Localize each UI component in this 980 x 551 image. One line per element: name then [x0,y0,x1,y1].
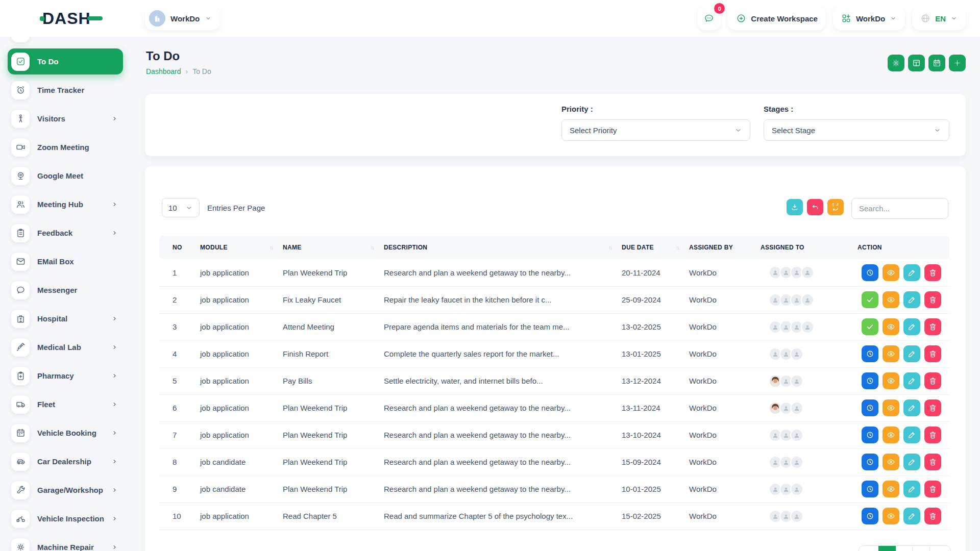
sidebar-item-pharmacy[interactable]: Pharmacy [8,363,123,389]
search-input[interactable] [851,198,948,219]
settings-button[interactable] [888,55,904,71]
time-button[interactable] [862,264,878,281]
delete-button[interactable] [924,481,941,497]
edit-button[interactable] [903,399,920,416]
time-button[interactable] [862,427,878,443]
assignee-avatar[interactable] [790,456,803,469]
time-button[interactable] [862,345,878,362]
table-row: 6job applicationPlan Weekend TripResearc… [159,394,949,421]
time-button[interactable] [862,481,878,497]
view-button[interactable] [883,508,899,524]
pagination-active-page[interactable] [878,546,897,551]
priority-select[interactable]: Select Priority [561,119,750,141]
calendar-view-button[interactable] [928,55,945,71]
sidebar-item-messenger[interactable]: Messenger [8,277,123,303]
time-button[interactable] [862,454,878,470]
stages-select[interactable]: Select Stage [764,119,949,141]
cell-assigned-to [756,475,853,503]
sidebar-item-vehicle-inspection[interactable]: Vehicle Inspection [8,506,123,532]
sidebar-item-meeting-hub[interactable]: Meeting Hub [8,191,123,217]
edit-button[interactable] [903,481,920,497]
column-header-due-date[interactable]: DUE DATE↑↓ [618,236,685,259]
delete-button[interactable] [924,345,941,362]
time-button[interactable] [862,372,878,389]
assignee-avatar[interactable] [790,402,803,415]
view-button[interactable] [883,399,899,416]
view-button[interactable] [883,454,899,470]
sidebar-item-email-box[interactable]: EMail Box [8,248,123,274]
assignee-avatar[interactable] [801,266,814,279]
delete-button[interactable] [924,427,941,443]
edit-button[interactable] [903,372,920,389]
pagination-segment-3[interactable] [896,546,913,551]
edit-button[interactable] [903,427,920,443]
sidebar-item-hospital[interactable]: Hospital [8,306,123,332]
delete-button[interactable] [924,508,941,524]
pagination-segment-1[interactable] [859,546,878,551]
edit-button[interactable] [903,318,920,335]
complete-button[interactable] [862,291,878,308]
delete-button[interactable] [924,399,941,416]
sidebar-item-zoom-meeting[interactable]: Zoom Meeting [8,134,123,160]
refresh-button[interactable] [827,199,844,215]
time-button[interactable] [862,508,878,524]
sidebar-item-feedback[interactable]: Feedback [8,220,123,246]
column-header-module[interactable]: MODULE↑↓ [196,236,279,259]
sidebar-item-google-meet[interactable]: Google Meet [8,163,123,189]
time-button[interactable] [862,399,878,416]
sidebar-item-garage-workshop[interactable]: Garage/Workshop [8,477,123,503]
language-selector[interactable]: EN [912,7,966,30]
pagination-segment-5[interactable] [930,546,950,551]
assignee-avatar[interactable] [790,483,803,496]
sidebar-item-to-do[interactable]: To Do [8,48,123,74]
brand-logo[interactable]: DASH [40,8,103,29]
sidebar-item-car-dealership[interactable]: Car Dealership [8,448,123,474]
view-button[interactable] [883,318,899,335]
export-button[interactable] [787,199,803,215]
pagination-segment-4[interactable] [913,546,930,551]
delete-button[interactable] [924,264,941,281]
sidebar-item-machine-repair[interactable]: Machine Repair [8,534,123,551]
table-row: 9job candidatePlan Weekend TripResearch … [159,475,949,503]
messages-button[interactable]: 0 [697,7,721,30]
breadcrumb-dashboard-link[interactable]: Dashboard [146,67,181,76]
assignee-avatar[interactable] [790,429,803,442]
entries-per-page-select[interactable]: 10 [162,198,200,217]
edit-button[interactable] [903,508,920,524]
view-button[interactable] [883,264,899,281]
complete-button[interactable] [862,318,878,335]
sidebar-item-medical-lab[interactable]: Medical Lab [8,334,123,360]
add-todo-button[interactable] [949,55,966,71]
delete-button[interactable] [924,318,941,335]
column-header-name[interactable]: NAME↑↓ [279,236,380,259]
view-button[interactable] [883,372,899,389]
view-button[interactable] [883,345,899,362]
pagination[interactable] [859,545,951,551]
assignee-avatar[interactable] [801,293,814,307]
create-workspace-button[interactable]: Create Workspace [728,7,826,30]
assignee-avatar[interactable] [801,320,814,334]
workspace-switcher[interactable]: WorkDo [145,7,220,30]
grid-view-button[interactable] [908,55,925,71]
edit-button[interactable] [903,291,920,308]
delete-button[interactable] [924,454,941,470]
edit-button[interactable] [903,454,920,470]
view-button[interactable] [883,291,899,308]
workspace-menu-button[interactable]: WorkDo [833,7,905,30]
assignee-avatar[interactable] [790,374,803,388]
column-header-description[interactable]: DESCRIPTION↑↓ [380,236,618,259]
view-button[interactable] [883,427,899,443]
sidebar-item-time-tracker[interactable]: Time Tracker [8,77,123,103]
view-button[interactable] [883,481,899,497]
sidebar-item-vehicle-booking[interactable]: Vehicle Booking [8,420,123,446]
table-row: 8job candidatePlan Weekend TripResearch … [159,448,949,475]
edit-button[interactable] [903,264,920,281]
delete-button[interactable] [924,372,941,389]
delete-button[interactable] [924,291,941,308]
sidebar-item-fleet[interactable]: Fleet [8,391,123,417]
assignee-avatar[interactable] [790,347,803,361]
edit-button[interactable] [903,345,920,362]
reset-button[interactable] [807,199,823,215]
sidebar-item-visitors[interactable]: Visitors [8,106,123,132]
assignee-avatar[interactable] [790,510,803,523]
